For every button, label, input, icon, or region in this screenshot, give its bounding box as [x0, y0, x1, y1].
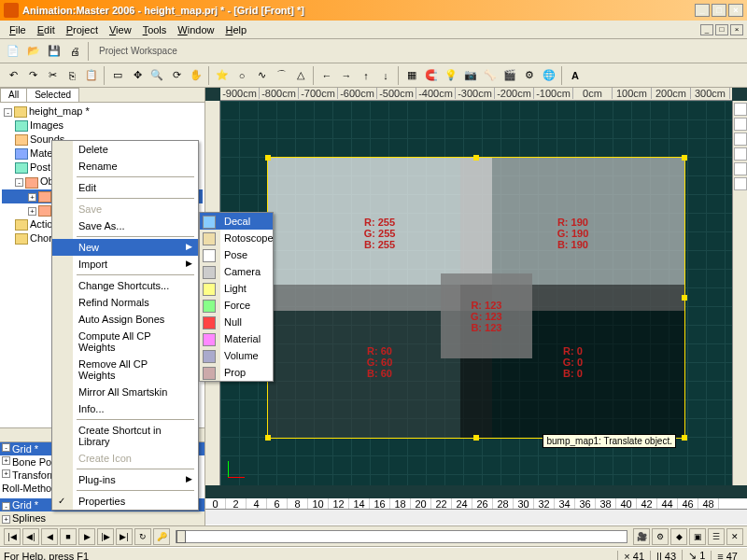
ctx-auto-assign[interactable]: Auto Assign Bones: [52, 311, 198, 328]
mdi-close-button[interactable]: ×: [730, 24, 743, 35]
menu-edit[interactable]: Edit: [32, 22, 61, 37]
save-icon[interactable]: 💾: [45, 42, 63, 61]
vt-lathe-icon[interactable]: [734, 162, 747, 175]
mdi-max-button[interactable]: □: [715, 24, 728, 35]
copy-icon[interactable]: ⎘: [63, 66, 81, 85]
step-forward-button[interactable]: |▶: [97, 528, 114, 545]
vt-cursor-icon[interactable]: [734, 103, 747, 116]
ctx-info[interactable]: Info...: [52, 400, 198, 417]
star-icon[interactable]: ⭐: [213, 66, 232, 85]
poly-icon[interactable]: △: [291, 66, 310, 85]
goto-end-button[interactable]: ▶|: [116, 528, 133, 545]
slider-thumb[interactable]: [176, 530, 186, 543]
sub-material[interactable]: Material: [200, 330, 273, 347]
arrow-right-icon[interactable]: →: [337, 66, 356, 85]
menu-help[interactable]: Help: [219, 22, 252, 37]
play-back-button[interactable]: ◀: [41, 528, 58, 545]
redo-icon[interactable]: ↷: [23, 66, 42, 85]
sub-volume[interactable]: Volume: [200, 347, 273, 364]
undo-icon[interactable]: ↶: [4, 66, 22, 85]
misc-icon-4[interactable]: ✕: [726, 528, 743, 545]
sub-force[interactable]: Force: [200, 297, 273, 314]
new-file-icon[interactable]: 📄: [4, 42, 22, 61]
sub-decal[interactable]: Decal: [200, 213, 273, 230]
vt-bone-icon[interactable]: [734, 133, 747, 146]
step-back-button[interactable]: ◀|: [22, 528, 39, 545]
ctx-save-as[interactable]: Save As...: [52, 217, 198, 234]
arrow-down-icon[interactable]: ↓: [376, 66, 395, 85]
maximize-button[interactable]: □: [712, 4, 726, 17]
handle-tm[interactable]: [473, 155, 479, 161]
circle-icon[interactable]: ○: [233, 66, 251, 85]
vt-extrude-icon[interactable]: [734, 177, 747, 190]
misc-icon-3[interactable]: ☰: [708, 528, 725, 545]
mdi-min-button[interactable]: _: [700, 24, 713, 35]
handle-br[interactable]: [682, 435, 687, 441]
context-menu[interactable]: Delete Rename Edit Save Save As... New▶ …: [51, 140, 199, 511]
sub-camera[interactable]: Camera: [200, 263, 273, 280]
canvas[interactable]: R: 255G: 255B: 255 R: 190G: 190B: 190 R:…: [220, 101, 732, 485]
open-file-icon[interactable]: 📂: [24, 42, 43, 61]
menu-tools[interactable]: Tools: [137, 22, 173, 37]
menu-file[interactable]: FFileile: [4, 22, 32, 37]
tree-root[interactable]: -height_map *: [2, 105, 203, 119]
select-icon[interactable]: ▭: [108, 66, 127, 85]
vt-muscle-icon[interactable]: [734, 147, 747, 161]
handle-tr[interactable]: [682, 155, 687, 161]
submenu-new[interactable]: Decal Rotoscope Pose Camera Light Force …: [199, 212, 274, 382]
ctx-properties[interactable]: ✓Properties: [52, 493, 198, 510]
ctx-compute-cp[interactable]: Compute All CP Weights: [52, 328, 198, 356]
render-settings-button[interactable]: ⚙: [652, 528, 669, 545]
cut-icon[interactable]: ✂: [43, 66, 62, 85]
key-button[interactable]: 🔑: [153, 528, 170, 545]
arrow-left-icon[interactable]: ←: [317, 66, 336, 85]
print-icon[interactable]: 🖨: [65, 42, 84, 61]
ctx-refind-normals[interactable]: Refind Normals: [52, 294, 198, 311]
ctx-plugins[interactable]: Plug-ins▶: [52, 471, 198, 488]
goto-start-button[interactable]: |◀: [4, 528, 21, 545]
arrow-up-icon[interactable]: ↑: [357, 66, 375, 85]
vt-edit-icon[interactable]: [734, 118, 747, 131]
ctx-rename[interactable]: Rename: [52, 158, 198, 175]
arc-icon[interactable]: ⌒: [272, 66, 290, 85]
tl-splines[interactable]: +Splines: [0, 511, 204, 525]
curve-icon[interactable]: ∿: [252, 66, 271, 85]
pan-icon[interactable]: ✋: [187, 66, 205, 85]
tab-selected[interactable]: Selected: [26, 88, 79, 102]
move-icon[interactable]: ✥: [128, 66, 147, 85]
stop-button[interactable]: ■: [60, 528, 77, 545]
rotate-icon[interactable]: ⟳: [167, 66, 186, 85]
handle-tl[interactable]: [265, 155, 271, 161]
time-slider[interactable]: [176, 530, 627, 543]
handle-bl[interactable]: [265, 435, 271, 441]
ctx-new[interactable]: New▶: [52, 239, 198, 256]
sub-pose[interactable]: Pose: [200, 246, 273, 263]
paste-icon[interactable]: 📋: [82, 66, 101, 85]
ctx-remove-cp[interactable]: Remove All CP Weights: [52, 356, 198, 384]
tab-all[interactable]: All: [0, 88, 27, 102]
ctx-create-icon[interactable]: Create Icon: [52, 450, 198, 467]
ctx-edit[interactable]: Edit: [52, 179, 198, 196]
magnet-icon[interactable]: 🧲: [422, 66, 441, 85]
render-button[interactable]: 🎥: [633, 528, 650, 545]
menu-window[interactable]: Window: [172, 22, 219, 37]
loop-button[interactable]: ↻: [134, 528, 151, 545]
sub-prop[interactable]: Prop: [200, 364, 273, 381]
misc-icon-2[interactable]: ▣: [689, 528, 706, 545]
text-icon[interactable]: A: [566, 66, 585, 85]
sub-null[interactable]: Null: [200, 314, 273, 330]
gear-icon[interactable]: ⚙: [520, 66, 539, 85]
bone-icon[interactable]: 🦴: [481, 66, 500, 85]
globe-icon[interactable]: 🌐: [540, 66, 558, 85]
ctx-save[interactable]: Save: [52, 201, 198, 217]
play-button[interactable]: ▶: [78, 528, 95, 545]
handle-rm[interactable]: [682, 295, 687, 301]
render-icon[interactable]: 🎬: [500, 66, 519, 85]
zoom-icon[interactable]: 🔍: [148, 66, 166, 85]
menu-project[interactable]: Project: [61, 22, 104, 37]
sub-rotoscope[interactable]: Rotoscope: [200, 230, 273, 246]
viewport[interactable]: -900cm-800cm-700cm-600cm-500cm-400cm-300…: [205, 88, 747, 498]
ctx-change-shortcuts[interactable]: Change Shortcuts...: [52, 277, 198, 294]
grid-icon[interactable]: ▦: [402, 66, 421, 85]
timeline-track[interactable]: [205, 510, 747, 525]
